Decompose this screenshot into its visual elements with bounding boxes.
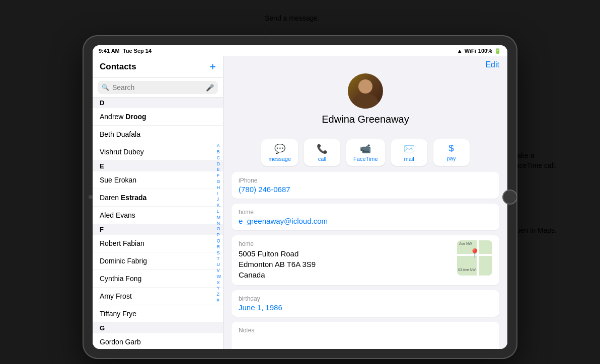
alpha-s[interactable]: S <box>216 250 222 256</box>
alpha-y[interactable]: Y <box>216 286 222 291</box>
alpha-u[interactable]: U <box>216 262 222 267</box>
section-header-f: F <box>93 224 223 235</box>
alpha-g[interactable]: G <box>216 179 222 185</box>
list-item[interactable]: Vishrut Dubey <box>93 143 223 161</box>
list-item[interactable]: Dominic Fabrig <box>93 252 223 270</box>
section-header-d: D <box>93 98 223 108</box>
list-item[interactable]: Beth Duafala <box>93 126 223 143</box>
map-pin-icon: 📍 <box>469 248 480 259</box>
battery-percent: 100% <box>478 48 492 54</box>
alpha-b[interactable]: B <box>216 149 222 155</box>
sidebar-header: Contacts + <box>93 56 223 78</box>
list-item[interactable]: Aled Evans <box>93 207 223 224</box>
wifi-icon: ️▲ <box>457 48 463 54</box>
list-item[interactable]: Daren Estrada <box>93 189 223 207</box>
message-icon: 💬 <box>274 143 285 154</box>
alpha-hash[interactable]: # <box>216 298 222 303</box>
info-cards: iPhone (780) 246-0687 home e_greenaway@i… <box>223 172 507 349</box>
pay-label: pay <box>447 155 456 161</box>
section-header-e: E <box>93 161 223 171</box>
add-contact-button[interactable]: + <box>209 60 216 73</box>
contact-list: D Andrew Droog Beth Duafala Vishrut Dube… <box>93 98 223 349</box>
alpha-o[interactable]: O <box>216 226 222 232</box>
home-button[interactable] <box>502 190 517 205</box>
list-item[interactable]: Cynthia Fong <box>93 270 223 288</box>
phone-value[interactable]: (780) 246-0687 <box>239 185 492 194</box>
call-label: call <box>318 156 327 162</box>
sidebar: Contacts + 🔍 🎤 D Andrew Droog <box>93 56 223 349</box>
alpha-a[interactable]: A <box>216 143 222 149</box>
time: 9:41 AM <box>99 48 120 54</box>
birthday-label: birthday <box>239 295 492 302</box>
list-item[interactable]: Robert Fabian <box>93 235 223 252</box>
search-input[interactable] <box>112 83 203 92</box>
birthday-card[interactable]: birthday June 1, 1986 <box>232 290 499 317</box>
birthday-value[interactable]: June 1, 1986 <box>239 303 492 312</box>
map-thumbnail[interactable]: 📍 Ave NW 03 Ave NW <box>457 240 492 276</box>
alpha-z[interactable]: Z <box>216 292 222 297</box>
alpha-v[interactable]: V <box>216 268 222 274</box>
alpha-h[interactable]: H <box>216 185 222 191</box>
alpha-k[interactable]: K <box>216 203 222 208</box>
mail-label: mail <box>404 156 414 162</box>
alpha-i[interactable]: I <box>216 191 222 197</box>
alpha-x[interactable]: X <box>216 280 222 286</box>
phone-card[interactable]: iPhone (780) 246-0687 <box>232 172 499 199</box>
mail-icon: ✉️ <box>404 143 415 154</box>
contact-name: Edwina Greenaway <box>322 114 409 125</box>
alpha-f[interactable]: F <box>216 173 222 178</box>
alpha-r[interactable]: R <box>216 244 222 250</box>
alpha-q[interactable]: Q <box>216 238 222 244</box>
address-block: 5005 Fulton Road Edmonton AB T6A 3S9 Can… <box>239 248 316 280</box>
alpha-d[interactable]: D <box>216 161 222 167</box>
edit-button[interactable]: Edit <box>485 60 499 69</box>
contact-header: Edwina Greenaway <box>223 73 507 133</box>
wifi-signal: WiFi <box>465 48 476 54</box>
address-row: home 5005 Fulton Road Edmonton AB T6A 3S… <box>239 240 492 280</box>
pay-button[interactable]: $ pay <box>433 139 470 166</box>
avatar <box>348 73 383 109</box>
alpha-index: A B C D E F G H I J K L M <box>216 98 222 349</box>
mail-button[interactable]: ✉️ mail <box>391 139 427 166</box>
list-item[interactable]: Tiffany Frye <box>93 305 223 323</box>
address-label: home <box>239 240 316 247</box>
search-input-wrapper[interactable]: 🔍 🎤 <box>98 81 218 94</box>
annotation-facetime: Make aFaceTime call. <box>511 151 557 170</box>
side-camera <box>89 195 93 199</box>
alpha-l[interactable]: L <box>216 209 222 214</box>
list-item[interactable]: Amy Frost <box>93 288 223 305</box>
alpha-w[interactable]: W <box>216 274 222 280</box>
list-item[interactable]: Gordon Garb <box>93 333 223 349</box>
phone-label: iPhone <box>239 177 492 184</box>
detail-pane: Edit Edwina Greenaway 💬 message 📞 <box>223 56 507 349</box>
action-buttons: 💬 message 📞 call 📹 FaceTime ✉️ <box>223 133 507 172</box>
email-value[interactable]: e_greenaway@icloud.com <box>239 217 492 225</box>
notes-field[interactable] <box>239 335 492 349</box>
email-card[interactable]: home e_greenaway@icloud.com <box>232 204 499 230</box>
message-button[interactable]: 💬 message <box>261 139 298 166</box>
notes-card[interactable]: Notes <box>232 322 499 349</box>
alpha-c[interactable]: C <box>216 155 222 161</box>
address-card[interactable]: home 5005 Fulton Road Edmonton AB T6A 3S… <box>232 235 499 285</box>
list-item[interactable]: Sue Erokan <box>93 171 223 189</box>
call-icon: 📞 <box>317 143 328 154</box>
facetime-button[interactable]: 📹 FaceTime <box>346 139 385 166</box>
alpha-j[interactable]: J <box>216 197 222 202</box>
microphone-icon[interactable]: 🎤 <box>206 84 214 92</box>
message-label: message <box>268 156 291 162</box>
alpha-p[interactable]: P <box>216 232 222 238</box>
alpha-n[interactable]: N <box>216 221 222 226</box>
status-bar: 9:41 AM Tue Sep 14 ️▲ WiFi 100% 🔋 <box>93 45 507 56</box>
alpha-t[interactable]: T <box>216 256 222 261</box>
search-icon: 🔍 <box>102 84 109 91</box>
alpha-e[interactable]: E <box>216 167 222 172</box>
email-label: home <box>239 209 492 216</box>
alpha-m[interactable]: M <box>216 215 222 220</box>
map-label-ave: 03 Ave NW <box>458 268 476 271</box>
list-item[interactable]: Andrew Droog <box>93 108 223 126</box>
section-header-g: G <box>93 323 223 333</box>
call-button[interactable]: 📞 call <box>304 139 340 166</box>
pay-icon: $ <box>449 143 454 154</box>
detail-header: Edit <box>223 56 507 73</box>
annotation-send-message: Send a message. <box>265 14 320 22</box>
